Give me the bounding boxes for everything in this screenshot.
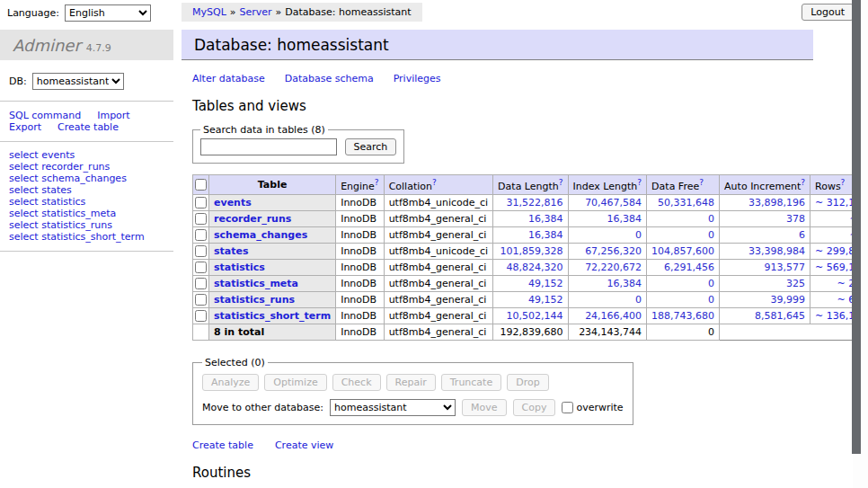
- selected-action-check[interactable]: Check: [332, 374, 381, 391]
- data-free-cell: 104,857,600: [647, 243, 720, 259]
- select-all-checkbox[interactable]: [195, 179, 207, 191]
- data-free-cell: 0: [647, 275, 720, 291]
- sidebar-table-link[interactable]: select statistics_short_term: [9, 231, 173, 243]
- help-link[interactable]: ?: [559, 178, 563, 187]
- database-nav-link[interactable]: Privileges: [394, 73, 441, 84]
- auto-increment-cell: 33,398,984: [720, 243, 810, 259]
- overwrite-label: overwrite: [576, 402, 623, 413]
- help-link[interactable]: ?: [375, 178, 379, 187]
- table-name-link[interactable]: recorder_runs: [214, 213, 291, 225]
- column-header-label: Table: [258, 179, 288, 191]
- selected-action-analyze[interactable]: Analyze: [202, 374, 259, 391]
- breadcrumb-separator: »: [276, 6, 282, 18]
- collation-cell: utf8mb4_general_ci: [384, 307, 492, 324]
- index-length-cell: 72,220,672: [568, 259, 647, 275]
- table-name-link[interactable]: statistics_meta: [214, 278, 298, 289]
- sidebar-table-link[interactable]: select schema_changes: [9, 173, 173, 184]
- search-input[interactable]: [200, 138, 337, 155]
- table-name-link[interactable]: states: [214, 245, 249, 257]
- row-select-cell: [193, 243, 209, 259]
- move-db-select[interactable]: homeassistant: [330, 399, 456, 416]
- data-length-cell: 49,152: [493, 291, 568, 307]
- sidebar-table-link[interactable]: select statistics_meta: [9, 208, 173, 219]
- database-nav-link[interactable]: Database schema: [285, 73, 374, 84]
- total-collation-cell: utf8mb4_general_ci: [384, 324, 492, 340]
- sidebar-table-link[interactable]: select events: [9, 149, 173, 161]
- copy-button[interactable]: Copy: [513, 399, 556, 416]
- move-button[interactable]: Move: [462, 399, 507, 416]
- row-checkbox[interactable]: [195, 213, 207, 225]
- row-checkbox[interactable]: [195, 262, 207, 273]
- sidebar: Adminer 4.7.9 DB: homeassistant SQL comm…: [0, 0, 173, 252]
- sidebar-action-link[interactable]: Export: [9, 121, 41, 133]
- scrollbar-thumb[interactable]: [852, 0, 861, 454]
- db-select[interactable]: homeassistant: [32, 73, 124, 90]
- db-selector-row: DB: homeassistant: [9, 73, 173, 90]
- selected-action-repair[interactable]: Repair: [386, 374, 436, 391]
- collation-cell: utf8mb4_unicode_ci: [384, 243, 492, 259]
- row-checkbox[interactable]: [195, 310, 207, 322]
- column-header-label: Engine: [341, 181, 375, 192]
- sidebar-table-link[interactable]: select recorder_runs: [9, 161, 173, 173]
- index-length-cell: 0: [568, 291, 647, 307]
- search-button[interactable]: Search: [345, 138, 397, 155]
- create-link[interactable]: Create view: [275, 439, 333, 451]
- row-checkbox[interactable]: [195, 245, 207, 257]
- create-link[interactable]: Create table: [192, 439, 253, 451]
- row-select-cell: [193, 275, 209, 291]
- page-title: Database: homeassistant: [182, 30, 813, 60]
- table-name-link[interactable]: statistics_runs: [214, 294, 295, 306]
- auto-increment-cell: 39,999: [720, 291, 810, 307]
- row-checkbox[interactable]: [195, 278, 207, 289]
- table-row: statistics_short_termInnoDButf8mb4_gener…: [193, 307, 868, 324]
- help-link[interactable]: ?: [841, 178, 846, 187]
- sidebar-action-link[interactable]: SQL command: [9, 110, 81, 121]
- sidebar-table-link[interactable]: select statistics_runs: [9, 219, 173, 231]
- overwrite-checkbox[interactable]: [562, 402, 573, 413]
- table-name-cell: schema_changes: [209, 226, 336, 243]
- help-link[interactable]: ?: [801, 178, 805, 187]
- data-length-cell: 16,384: [493, 210, 568, 226]
- sidebar-action-link[interactable]: Create table: [58, 121, 119, 133]
- row-checkbox[interactable]: [195, 294, 207, 306]
- help-link[interactable]: ?: [699, 178, 704, 187]
- table-name-link[interactable]: statistics: [214, 262, 265, 273]
- row-select-cell: [193, 259, 209, 275]
- tables-list-header: TableEngine?Collation?Data Length?Index …: [193, 175, 868, 195]
- routines-heading: Routines: [192, 465, 813, 481]
- breadcrumb-link-server[interactable]: Server: [240, 6, 272, 18]
- logout-button[interactable]: Logout: [802, 4, 854, 21]
- breadcrumb-link-mysql[interactable]: MySQL: [192, 6, 226, 18]
- table-name-cell: statistics: [209, 259, 336, 275]
- selected-action-drop[interactable]: Drop: [507, 374, 548, 391]
- column-header-data-length: Data Length?: [493, 175, 568, 195]
- auto-increment-cell: 325: [720, 275, 810, 291]
- row-select-cell: [193, 291, 209, 307]
- row-checkbox[interactable]: [195, 229, 207, 241]
- sidebar-action-line: SQL commandImport: [9, 110, 173, 121]
- database-nav-link[interactable]: Alter database: [192, 73, 265, 84]
- sidebar-action-link[interactable]: Import: [97, 110, 130, 121]
- data-length-cell: 49,152: [493, 275, 568, 291]
- selected-action-optimize[interactable]: Optimize: [264, 374, 326, 391]
- table-total-row: 8 in totalInnoDButf8mb4_general_ci192,83…: [193, 324, 868, 340]
- selected-legend: Selected (0): [202, 357, 268, 368]
- help-link[interactable]: ?: [432, 178, 437, 187]
- tables-list-body: eventsInnoDButf8mb4_unicode_ci31,522,816…: [193, 194, 868, 340]
- table-name-link[interactable]: events: [214, 197, 252, 209]
- brand-version: 4.7.9: [86, 42, 111, 54]
- sidebar-table-link[interactable]: select statistics: [9, 196, 173, 208]
- auto-increment-cell: 378: [720, 210, 810, 226]
- help-link[interactable]: ?: [637, 178, 642, 187]
- row-checkbox[interactable]: [195, 197, 207, 209]
- table-name-link[interactable]: schema_changes: [214, 229, 307, 241]
- table-row: eventsInnoDButf8mb4_unicode_ci31,522,816…: [193, 194, 868, 210]
- table-name-cell: statistics_meta: [209, 275, 336, 291]
- table-name-cell: events: [209, 194, 336, 210]
- table-name-link[interactable]: statistics_short_term: [214, 310, 331, 322]
- sidebar-table-link[interactable]: select states: [9, 184, 173, 196]
- selected-fieldset: Selected (0) AnalyzeOptimizeCheckRepairT…: [192, 357, 633, 425]
- row-select-cell: [193, 210, 209, 226]
- index-length-cell: 0: [568, 226, 647, 243]
- selected-action-truncate[interactable]: Truncate: [441, 374, 501, 391]
